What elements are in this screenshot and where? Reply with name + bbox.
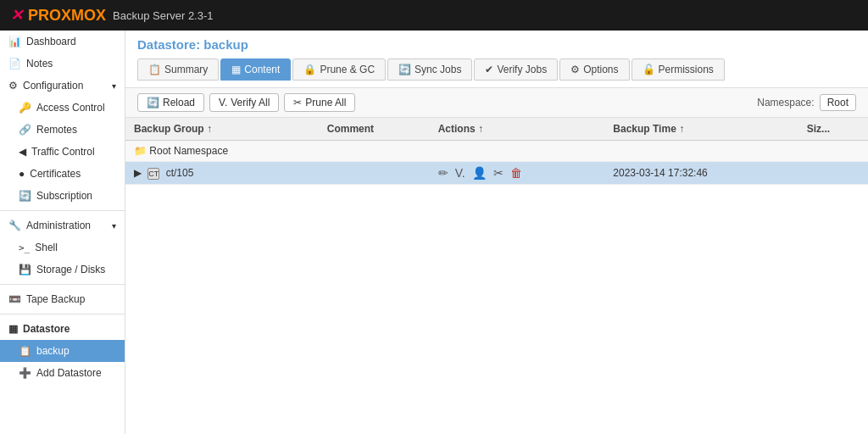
- col-backup-time: Backup Time ↑: [604, 118, 798, 141]
- tab-prune-gc[interactable]: 🔒 Prune & GC: [292, 58, 386, 81]
- expand-icon: ▶: [134, 167, 142, 179]
- divider3: [0, 314, 125, 314]
- sidebar-item-dashboard[interactable]: 📊 Dashboard: [0, 31, 125, 53]
- content-tab-label: Content: [244, 64, 280, 75]
- sidebar-item-storage-disks[interactable]: 💾 Storage / Disks: [0, 259, 125, 281]
- sidebar-label-certificates: Certificates: [30, 168, 81, 180]
- certificates-icon: ●: [19, 168, 25, 180]
- prune-all-button[interactable]: ✂ Prune All: [284, 93, 355, 112]
- sidebar-item-tape-backup[interactable]: 📼 Tape Backup: [0, 288, 125, 310]
- logo: ✕ PROXMOX: [10, 6, 106, 25]
- group-label-cell: 📁 Root Namespace: [125, 141, 319, 162]
- add-icon: ➕: [19, 367, 31, 379]
- sidebar-label-traffic: Traffic Control: [31, 146, 95, 158]
- user-icon[interactable]: 👤: [472, 166, 487, 180]
- sidebar: 📊 Dashboard 📄 Notes ⚙ Configuration ▾ 🔑 …: [0, 31, 125, 434]
- group-size-cell: [798, 141, 868, 162]
- folder-icon: 📁: [134, 145, 147, 157]
- table-row[interactable]: ▶ CT ct/105 ✏ V. 👤 ✂ 🗑: [125, 162, 868, 185]
- item-actions-cell: ✏ V. 👤 ✂ 🗑: [430, 162, 605, 185]
- sidebar-label-storage: Storage / Disks: [36, 264, 105, 275]
- sidebar-item-administration[interactable]: 🔧 Administration ▾: [0, 214, 125, 236]
- main-layout: 📊 Dashboard 📄 Notes ⚙ Configuration ▾ 🔑 …: [0, 31, 868, 434]
- sidebar-item-access-control[interactable]: 🔑 Access Control: [0, 97, 125, 119]
- datastore-title: Datastore: backup: [137, 37, 856, 52]
- verify-action-icon[interactable]: V.: [455, 166, 465, 180]
- sidebar-label-tape: Tape Backup: [26, 293, 85, 305]
- verify-tab-label: Verify Jobs: [497, 64, 547, 75]
- delete-icon[interactable]: 🗑: [510, 166, 522, 180]
- col-size: Siz...: [798, 118, 868, 141]
- content-area: Datastore: backup 📋 Summary ▦ Content 🔒 …: [125, 31, 868, 434]
- sidebar-label-backup: backup: [36, 345, 70, 357]
- tab-verify-jobs[interactable]: ✔ Verify Jobs: [474, 58, 558, 81]
- dashboard-icon: 📊: [8, 36, 21, 47]
- sidebar-item-backup[interactable]: 📋 backup: [0, 340, 125, 362]
- summary-tab-label: Summary: [164, 64, 208, 75]
- subscription-icon: 🔄: [19, 190, 31, 202]
- sidebar-item-subscription[interactable]: 🔄 Subscription: [0, 185, 125, 207]
- group-actions-cell: [430, 141, 605, 162]
- prune-all-label: Prune All: [305, 97, 346, 108]
- sidebar-label-remotes: Remotes: [36, 124, 77, 136]
- table-row[interactable]: 📁 Root Namespace: [125, 141, 868, 162]
- reload-label: Reload: [163, 97, 195, 108]
- storage-icon: 💾: [19, 264, 31, 275]
- ct-type-icon: CT: [147, 168, 159, 180]
- prune-tab-icon: 🔒: [303, 64, 316, 75]
- topbar: ✕ PROXMOX Backup Server 2.3-1: [0, 0, 868, 31]
- logo-x: ✕: [10, 6, 23, 25]
- sidebar-datastore-label: ▦ Datastore: [0, 318, 125, 340]
- reload-icon: 🔄: [147, 97, 159, 108]
- col-comment: Comment: [319, 118, 430, 141]
- sidebar-label-dashboard: Dashboard: [26, 36, 76, 47]
- content-toolbar: 🔄 Reload V. Verify All ✂ Prune All Names…: [125, 88, 868, 118]
- group-label: Root Namespace: [149, 145, 228, 157]
- sidebar-item-certificates[interactable]: ● Certificates: [0, 163, 125, 185]
- admin-chevron-icon: ▾: [112, 221, 116, 231]
- content-header: Datastore: backup 📋 Summary ▦ Content 🔒 …: [125, 31, 868, 88]
- sidebar-label-administration: Administration: [26, 220, 91, 231]
- reload-button[interactable]: 🔄 Reload: [137, 93, 204, 112]
- tape-icon: 📼: [8, 293, 21, 305]
- sidebar-label-shell: Shell: [35, 242, 58, 253]
- sidebar-item-notes[interactable]: 📄 Notes: [0, 53, 125, 75]
- sidebar-label-add-datastore: Add Datastore: [36, 367, 102, 379]
- sync-tab-icon: 🔄: [398, 64, 411, 75]
- group-comment-cell: [319, 141, 430, 162]
- action-icons: ✏ V. 👤 ✂ 🗑: [438, 166, 597, 180]
- table-header-row: Backup Group ↑ Comment Actions ↑ Backup …: [125, 118, 868, 141]
- summary-tab-icon: 📋: [148, 64, 161, 75]
- sidebar-item-add-datastore[interactable]: ➕ Add Datastore: [0, 362, 125, 384]
- edit-icon[interactable]: ✏: [438, 166, 448, 180]
- permissions-tab-label: Permissions: [659, 64, 714, 75]
- sidebar-item-configuration[interactable]: ⚙ Configuration ▾: [0, 75, 125, 97]
- tab-content[interactable]: ▦ Content: [220, 58, 291, 81]
- divider2: [0, 284, 125, 285]
- namespace-value[interactable]: Root: [820, 94, 856, 111]
- backup-table-container: Backup Group ↑ Comment Actions ↑ Backup …: [125, 118, 868, 434]
- verify-all-label: Verify All: [231, 97, 270, 108]
- traffic-icon: ◀: [19, 146, 26, 158]
- sidebar-item-remotes[interactable]: 🔗 Remotes: [0, 119, 125, 141]
- datastore-section-icon: ▦: [8, 323, 18, 335]
- item-time-cell: 2023-03-14 17:32:46: [604, 162, 798, 185]
- verify-icon: V.: [219, 97, 227, 108]
- item-comment-cell: [319, 162, 430, 185]
- tab-permissions[interactable]: 🔓 Permissions: [632, 58, 725, 81]
- prune-action-icon[interactable]: ✂: [493, 166, 504, 180]
- sidebar-item-traffic-control[interactable]: ◀ Traffic Control: [0, 141, 125, 163]
- prune-icon: ✂: [293, 97, 302, 108]
- tab-sync-jobs[interactable]: 🔄 Sync Jobs: [387, 58, 472, 81]
- prune-tab-label: Prune & GC: [320, 64, 375, 75]
- verify-all-button[interactable]: V. Verify All: [209, 93, 279, 112]
- sidebar-item-shell[interactable]: >_ Shell: [0, 236, 125, 259]
- shell-icon: >_: [19, 242, 30, 253]
- tab-options[interactable]: ⚙ Options: [559, 58, 629, 81]
- backup-icon: 📋: [19, 345, 31, 357]
- tab-summary[interactable]: 📋 Summary: [137, 58, 219, 81]
- item-size-cell: [798, 162, 868, 185]
- tab-bar: 📋 Summary ▦ Content 🔒 Prune & GC 🔄 Sync …: [137, 58, 856, 81]
- group-time-cell: [604, 141, 798, 162]
- namespace-selector: Namespace: Root: [757, 94, 856, 111]
